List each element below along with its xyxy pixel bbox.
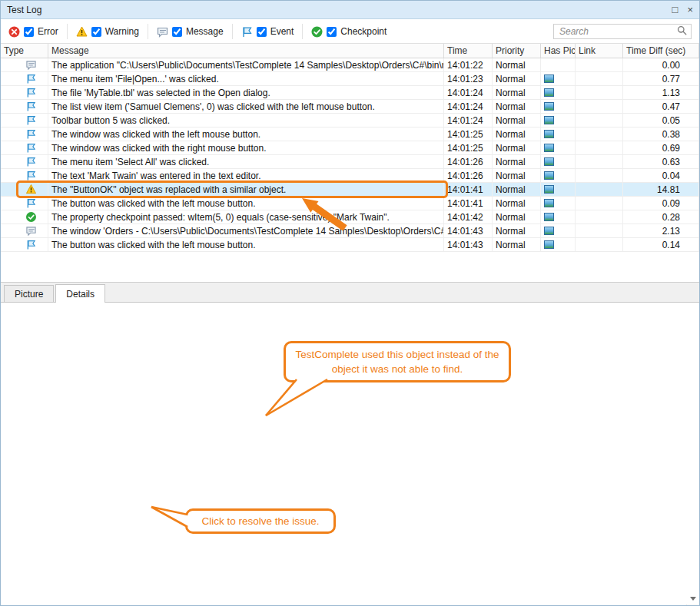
haspic-cell (541, 141, 576, 154)
timediff-cell: 0.00 (623, 58, 699, 71)
timediff-cell: 0.05 (623, 114, 699, 127)
log-table-row[interactable]: The menu item 'Select All' was clicked. … (1, 155, 699, 169)
filter-label: Event (270, 26, 294, 37)
time-cell: 14:01:25 (444, 141, 493, 154)
type-cell (1, 141, 48, 154)
message-cell: The window 'Orders - C:\Users\Public\Doc… (48, 224, 444, 237)
column-header-time[interactable]: Time (444, 44, 493, 58)
priority-cell: Normal (493, 72, 541, 85)
column-header-link[interactable]: Link (576, 44, 623, 58)
log-table-row[interactable]: The file 'MyTable.tbl' was selected in t… (1, 86, 699, 100)
link-cell (576, 127, 623, 141)
log-table-row[interactable]: The menu item 'File|Open...' was clicked… (1, 72, 699, 86)
column-header-timediff[interactable]: Time Diff (sec) (623, 44, 699, 58)
checkpoint-icon (25, 211, 37, 223)
log-table-row[interactable]: The list view item ('Samuel Clemens', 0)… (1, 100, 699, 114)
type-cell (1, 183, 48, 196)
event-icon (241, 26, 253, 38)
priority-cell: Normal (493, 58, 541, 71)
haspic-cell (541, 210, 576, 224)
message-cell: The window was clicked with the right mo… (48, 141, 444, 154)
log-table-row[interactable]: The window was clicked with the right mo… (1, 141, 699, 155)
log-table-row[interactable]: The button was clicked with the left mou… (1, 238, 699, 252)
message-cell: The text 'Mark Twain' was entered in the… (48, 169, 444, 182)
link-cell (576, 155, 623, 168)
time-cell: 14:01:26 (444, 155, 493, 168)
timediff-cell: 0.69 (623, 141, 699, 154)
message-icon (157, 26, 168, 38)
log-filter: Warning (76, 26, 139, 38)
message-cell: Toolbar button 5 was clicked. (48, 114, 444, 127)
link-cell (576, 86, 623, 99)
time-cell: 14:01:24 (444, 114, 493, 127)
log-filter: Message (157, 26, 224, 38)
filter-checkbox[interactable] (172, 27, 182, 37)
filter-checkbox[interactable] (91, 27, 101, 37)
priority-cell: Normal (493, 238, 541, 251)
checkpoint-icon (311, 26, 323, 38)
picture-icon (544, 144, 554, 152)
message-cell: The menu item 'Select All' was clicked. (48, 155, 444, 168)
tab-details[interactable]: Details (55, 284, 105, 303)
log-table-row[interactable]: The window 'Orders - C:\Users\Public\Doc… (1, 224, 699, 238)
haspic-cell (541, 72, 576, 85)
time-cell: 14:01:41 (444, 183, 493, 196)
time-cell: 14:01:23 (444, 72, 493, 85)
picture-icon (544, 213, 554, 221)
details-scrollbar[interactable] (686, 604, 699, 605)
time-cell: 14:01:24 (444, 86, 493, 99)
column-header-type[interactable]: Type (1, 44, 48, 58)
log-table-row[interactable]: The window was clicked with the left mou… (1, 127, 699, 141)
message-icon (25, 225, 37, 237)
priority-cell: Normal (493, 169, 541, 182)
type-cell (1, 86, 48, 99)
tab-picture[interactable]: Picture (4, 285, 54, 302)
close-icon[interactable]: × (687, 5, 693, 15)
priority-cell: Normal (493, 155, 541, 168)
timediff-cell: 0.47 (623, 100, 699, 113)
search-box[interactable] (553, 24, 692, 39)
log-table-row[interactable]: The application "C:\Users\Public\Documen… (1, 58, 699, 72)
error-icon (8, 26, 20, 38)
column-header-haspic[interactable]: Has Pic... (541, 44, 576, 58)
log-table-row[interactable]: The button was clicked with the left mou… (1, 197, 699, 210)
link-cell (576, 183, 623, 196)
search-icon[interactable] (677, 25, 687, 38)
priority-cell: Normal (493, 100, 541, 113)
timediff-cell: 1.13 (623, 86, 699, 99)
log-table-row[interactable]: The "ButtonOK" object was replaced with … (1, 183, 699, 197)
replaced-object-callout: TestComplete used this object instead of… (284, 341, 511, 382)
link-cell (576, 210, 623, 224)
haspic-cell (541, 238, 576, 251)
timediff-cell: 0.14 (623, 238, 699, 251)
event-icon (25, 101, 37, 112)
filter-checkbox[interactable] (257, 27, 267, 37)
type-cell (1, 100, 48, 113)
filter-checkbox[interactable] (24, 27, 34, 37)
maximize-icon[interactable]: □ (672, 5, 678, 15)
priority-cell: Normal (493, 114, 541, 127)
search-input[interactable] (558, 25, 677, 38)
type-cell (1, 58, 48, 71)
column-header-priority[interactable]: Priority (493, 44, 541, 58)
time-cell: 14:01:24 (444, 100, 493, 113)
type-cell (1, 72, 48, 85)
link-cell (576, 224, 623, 237)
timediff-cell: 0.09 (623, 197, 699, 210)
filter-label: Error (38, 26, 58, 37)
type-cell (1, 238, 48, 251)
haspic-cell (541, 100, 576, 113)
scroll-down-icon[interactable] (687, 592, 699, 605)
log-table-row[interactable]: The text 'Mark Twain' was entered in the… (1, 169, 699, 183)
time-cell: 14:01:41 (444, 197, 493, 210)
column-header-message[interactable]: Message (48, 44, 444, 58)
window-controls: □ × (672, 5, 693, 15)
event-icon (25, 239, 37, 250)
event-icon (25, 197, 37, 209)
message-cell: The application "C:\Users\Public\Documen… (48, 58, 444, 71)
priority-cell: Normal (493, 210, 541, 224)
log-table-row[interactable]: The property checkpoint passed: wItem(5,… (1, 210, 699, 224)
log-table-row[interactable]: Toolbar button 5 was clicked. 14:01:24 N… (1, 114, 699, 127)
log-toolbar: Error Warning Message Event Checkpoint (1, 20, 699, 43)
filter-checkbox[interactable] (327, 27, 337, 37)
